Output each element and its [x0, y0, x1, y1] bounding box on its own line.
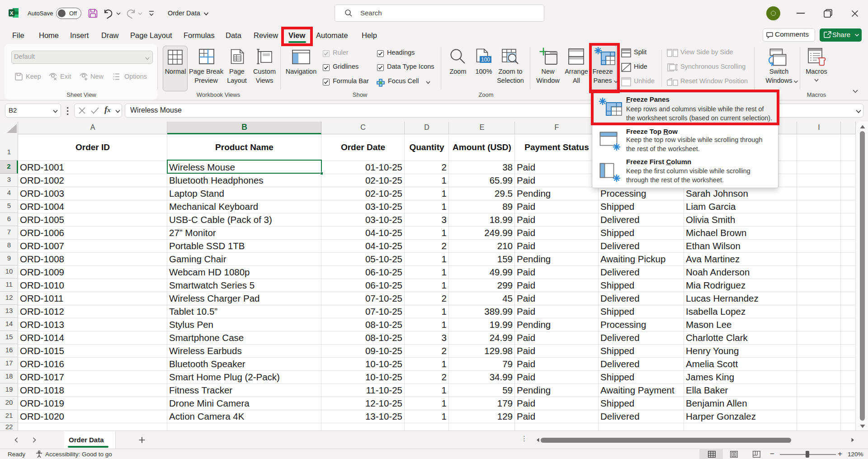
svg-text:X: X: [10, 10, 14, 16]
svg-text:100: 100: [481, 57, 490, 63]
